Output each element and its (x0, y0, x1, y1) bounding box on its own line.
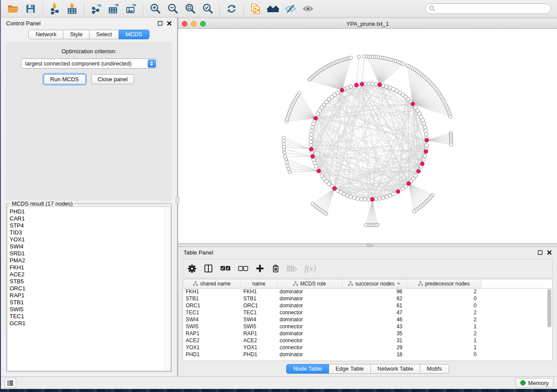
divider-grip[interactable] (176, 197, 180, 204)
mcds-result-item[interactable]: GCR1 (10, 320, 170, 327)
table-cell[interactable]: YOX1 (241, 344, 277, 351)
mcds-result-item[interactable]: PHD1 (10, 208, 170, 215)
table-cell[interactable]: PHD1 (241, 351, 277, 358)
mcds-result-item[interactable]: STB5 (10, 278, 170, 285)
search-box[interactable] (425, 3, 551, 14)
column-header-predecessor-nodes[interactable]: predecessor nodes (407, 279, 481, 288)
table-cell[interactable]: 29 (342, 344, 407, 351)
create-column-button[interactable] (256, 264, 264, 273)
table-row[interactable]: ORC1ORC1dominator610 (183, 302, 552, 309)
table-row[interactable]: RAP1RAP1dominator352 (183, 330, 552, 337)
save-session-button[interactable] (22, 2, 39, 16)
table-scrollbar-thumb[interactable] (547, 289, 551, 327)
tab-style[interactable]: Style (63, 30, 90, 39)
mcds-result-item[interactable]: RAP1 (10, 292, 170, 299)
network-canvas[interactable] (178, 29, 557, 243)
table-cell[interactable]: 2 (407, 309, 481, 316)
float-panel-icon[interactable] (538, 250, 543, 255)
close-panel-icon[interactable] (547, 250, 552, 255)
show-task-history-button[interactable] (4, 378, 16, 388)
horizontal-split-divider[interactable] (178, 244, 557, 247)
function-builder-button[interactable]: f(x) (304, 264, 316, 273)
tab-select[interactable]: Select (90, 30, 119, 39)
table-cell[interactable]: connector (277, 337, 342, 344)
table-cell[interactable]: dominator (277, 302, 342, 309)
column-header-successor-nodes[interactable]: successor nodes (342, 279, 407, 288)
table-cell[interactable]: FKH1 (241, 288, 277, 295)
mcds-result-item[interactable]: SWI5 (10, 306, 170, 313)
search-input[interactable] (436, 6, 547, 12)
table-cell[interactable]: dominator (277, 316, 342, 323)
table-cell[interactable]: PHD1 (183, 351, 241, 358)
mcds-list-scrollbar[interactable] (165, 207, 170, 371)
mcds-result-item[interactable]: SRD1 (10, 250, 170, 257)
table-cell[interactable]: 1 (407, 337, 481, 344)
import-network-button[interactable] (46, 2, 63, 16)
mcds-result-item[interactable]: PMA2 (10, 257, 170, 264)
table-row[interactable]: TEC1TEC1connector472 (183, 309, 552, 316)
table-cell[interactable]: connector (277, 344, 342, 351)
table-cell[interactable]: ACE2 (183, 337, 241, 344)
table-cell[interactable]: connector (277, 309, 342, 316)
table-row[interactable]: SWI4SWI4dominator462 (183, 316, 552, 323)
table-cell[interactable]: dominator (277, 330, 342, 337)
mcds-result-item[interactable]: STP4 (10, 222, 170, 229)
delete-columns-button[interactable] (272, 264, 280, 273)
open-file-button[interactable] (4, 2, 22, 16)
import-table-button[interactable] (63, 2, 81, 16)
table-cell[interactable]: 2 (407, 330, 481, 337)
first-neighbors-button[interactable] (264, 2, 282, 16)
table-cell[interactable]: 35 (342, 330, 407, 337)
table-row[interactable]: SWI5SWI5connector431 (183, 323, 552, 330)
table-cell[interactable]: 31 (342, 337, 407, 344)
table-cell[interactable]: 61 (342, 302, 407, 309)
refresh-view-button[interactable] (223, 2, 240, 16)
table-row[interactable]: FKH1FKH1dominator962 (183, 288, 552, 295)
table-cell[interactable]: 1 (407, 323, 481, 330)
show-all-button[interactable] (299, 2, 317, 16)
mcds-result-item[interactable]: ORC1 (10, 285, 170, 292)
table-cell[interactable]: SWI5 (241, 323, 277, 330)
table-cell[interactable]: 2 (407, 288, 481, 295)
table-cell[interactable]: 1 (407, 344, 481, 351)
table-cell[interactable]: FKH1 (183, 288, 241, 295)
table-settings-button[interactable] (187, 264, 197, 273)
tab-motifs[interactable]: Motifs (420, 364, 449, 374)
clone-network-button[interactable] (247, 2, 264, 16)
mcds-result-list[interactable]: PHD1CAR1STP4TID3YOX1SWI4SRD1PMA2FKH1ACE2… (7, 206, 171, 371)
table-cell[interactable]: STB1 (241, 295, 277, 302)
table-cell[interactable]: 96 (342, 288, 407, 295)
table-cell[interactable]: 62 (342, 295, 407, 302)
table-cell[interactable]: YOX1 (183, 344, 241, 351)
table-cell[interactable]: 0 (407, 302, 481, 309)
mcds-result-item[interactable]: TEC1 (10, 313, 170, 320)
zoom-out-button[interactable] (164, 2, 181, 16)
table-cell[interactable]: 0 (407, 351, 481, 358)
delete-table-button[interactable] (287, 265, 297, 272)
tab-node-table[interactable]: Node Table (286, 364, 329, 374)
mcds-result-item[interactable]: ACE2 (10, 271, 170, 278)
memory-button[interactable]: Memory (515, 378, 554, 388)
export-image-button[interactable] (122, 2, 140, 16)
close-panel-button[interactable]: Close panel (91, 74, 135, 84)
table-row[interactable]: ACE2ACE2connector311 (183, 337, 552, 344)
deselect-all-columns-button[interactable] (238, 266, 248, 272)
zoom-fit-button[interactable] (181, 2, 199, 16)
tab-network-table[interactable]: Network Table (371, 364, 420, 374)
table-cell[interactable]: connector (277, 323, 342, 330)
table-cell[interactable]: dominator (277, 288, 342, 295)
table-cell[interactable]: 43 (342, 323, 407, 330)
table-cell[interactable]: TEC1 (241, 309, 277, 316)
column-header-shared-name[interactable]: shared name (183, 279, 241, 288)
criterion-dropdown[interactable]: largest connected component (undirected) (21, 58, 157, 69)
run-mcds-button[interactable]: Run MCDS (44, 74, 86, 84)
table-row[interactable]: YOX1YOX1connector291 (183, 344, 552, 351)
mcds-result-item[interactable]: STB1 (10, 299, 170, 306)
table-cell[interactable]: ORC1 (183, 302, 241, 309)
table-cell[interactable]: 18 (342, 351, 407, 358)
table-cell[interactable]: SWI4 (183, 316, 241, 323)
tab-edge-table[interactable]: Edge Table (329, 364, 371, 374)
zoom-in-button[interactable] (146, 2, 164, 16)
table-cell[interactable]: RAP1 (183, 330, 241, 337)
divider-grip[interactable] (366, 244, 373, 247)
